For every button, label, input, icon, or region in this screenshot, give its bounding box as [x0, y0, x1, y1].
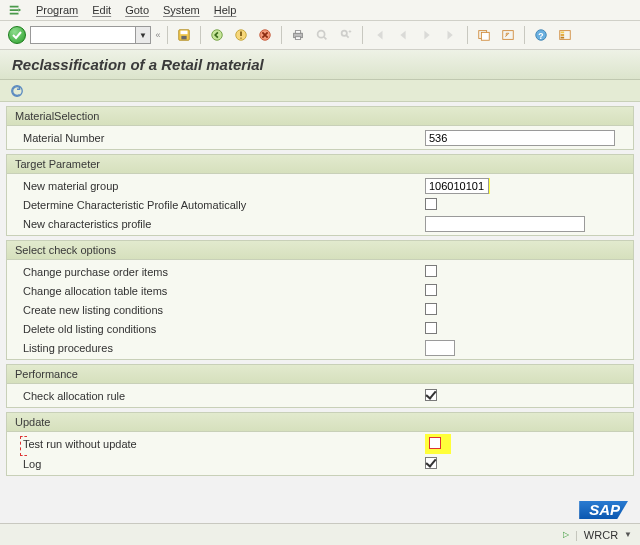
input-new-char-profile[interactable]	[425, 216, 585, 232]
menu-system[interactable]: System	[163, 4, 200, 16]
svg-rect-17	[561, 32, 565, 34]
svg-rect-8	[295, 37, 300, 40]
checkbox-delete-listing[interactable]	[425, 322, 437, 334]
app-toolbar	[0, 80, 640, 102]
svg-point-9	[318, 31, 325, 38]
svg-rect-2	[181, 36, 186, 40]
back-icon[interactable]	[207, 25, 227, 45]
svg-rect-18	[561, 34, 565, 36]
label-determine-char-profile: Determine Characteristic Profile Automat…	[17, 199, 425, 211]
label-create-listing: Create new listing conditions	[17, 304, 425, 316]
command-field[interactable]	[30, 26, 136, 44]
section-target-parameter: Target Parameter New material group Dete…	[6, 154, 634, 236]
menu-program[interactable]: Program	[36, 4, 78, 16]
save-icon[interactable]	[174, 25, 194, 45]
section-material-selection: MaterialSelection Material Number	[6, 106, 634, 150]
section-header-target-parameter: Target Parameter	[7, 155, 633, 174]
label-new-material-group: New material group	[17, 180, 425, 192]
page-title: Reclassification of a Retail material	[0, 50, 640, 80]
label-test-run: Test run without update	[17, 438, 425, 450]
section-select-check-options: Select check options Change purchase ord…	[6, 240, 634, 360]
sap-logo: SAP	[579, 501, 628, 519]
svg-rect-7	[295, 31, 300, 34]
svg-rect-13	[503, 31, 514, 40]
checkbox-check-alloc-rule[interactable]	[425, 389, 437, 401]
system-toolbar: ▼ « ?	[0, 21, 640, 50]
find-next-icon	[336, 25, 356, 45]
input-new-material-group[interactable]	[425, 178, 489, 194]
checkbox-change-alloc[interactable]	[425, 284, 437, 296]
status-bar: ▷ | WRCR ▼	[0, 523, 640, 545]
svg-rect-1	[181, 31, 188, 35]
checkbox-log[interactable]	[425, 457, 437, 469]
section-header-update: Update	[7, 413, 633, 432]
section-header-performance: Performance	[7, 365, 633, 384]
shortcut-icon[interactable]	[498, 25, 518, 45]
new-session-icon[interactable]	[474, 25, 494, 45]
label-listing-procedures: Listing procedures	[17, 342, 425, 354]
checkbox-test-run[interactable]	[429, 437, 441, 449]
label-change-alloc: Change allocation table items	[17, 285, 425, 297]
svg-rect-12	[481, 32, 489, 40]
last-page-icon	[441, 25, 461, 45]
status-system: WRCR	[584, 529, 618, 541]
svg-text:?: ?	[538, 31, 543, 41]
menu-help[interactable]: Help	[214, 4, 237, 16]
section-performance: Performance Check allocation rule	[6, 364, 634, 408]
exit-icon[interactable]	[231, 25, 251, 45]
label-new-char-profile: New characteristics profile	[17, 218, 425, 230]
label-change-po: Change purchase order items	[17, 266, 425, 278]
svg-point-20	[12, 86, 23, 97]
execute-icon[interactable]	[10, 84, 24, 98]
content-area: MaterialSelection Material Number Target…	[0, 106, 640, 476]
checkbox-determine-char-profile[interactable]	[425, 198, 437, 210]
section-header-material-selection: MaterialSelection	[7, 107, 633, 126]
find-icon	[312, 25, 332, 45]
input-material-number[interactable]	[425, 130, 615, 146]
status-nav-icon[interactable]: ▷	[563, 530, 569, 539]
menu-goto[interactable]: Goto	[125, 4, 149, 16]
cancel-icon[interactable]	[255, 25, 275, 45]
label-log: Log	[17, 458, 425, 470]
label-delete-listing: Delete old listing conditions	[17, 323, 425, 335]
menu-edit[interactable]: Edit	[92, 4, 111, 16]
input-listing-procedures[interactable]	[425, 340, 455, 356]
first-page-icon	[369, 25, 389, 45]
section-header-select-check-options: Select check options	[7, 241, 633, 260]
enter-button[interactable]	[8, 26, 26, 44]
layout-icon[interactable]	[555, 25, 575, 45]
section-update: Update Test run without update Log	[6, 412, 634, 476]
checkbox-change-po[interactable]	[425, 265, 437, 277]
menu-app-icon[interactable]	[8, 3, 22, 17]
menu-bar: Program Edit Goto System Help	[0, 0, 640, 21]
checkbox-create-listing[interactable]	[425, 303, 437, 315]
next-page-icon	[417, 25, 437, 45]
label-material-number: Material Number	[17, 132, 425, 144]
svg-point-3	[212, 30, 223, 41]
status-dropdown-icon[interactable]: ▼	[624, 530, 632, 539]
toolbar-history-icon[interactable]: «	[155, 26, 161, 44]
svg-rect-19	[561, 37, 565, 39]
label-check-alloc-rule: Check allocation rule	[17, 390, 425, 402]
print-icon[interactable]	[288, 25, 308, 45]
command-dropdown-icon[interactable]: ▼	[136, 26, 151, 44]
help-icon[interactable]: ?	[531, 25, 551, 45]
prev-page-icon	[393, 25, 413, 45]
